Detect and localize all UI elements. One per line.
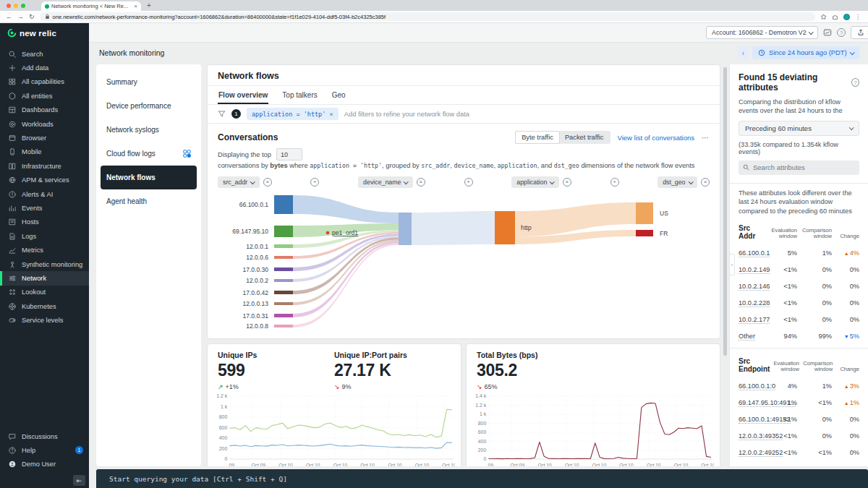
attribute-row[interactable]: 66.100.0.15%1%▲4% <box>739 249 859 257</box>
attribute-row[interactable]: 12.0.0.2:49252<1%<1%0% <box>739 449 859 456</box>
sidebar-item-lookout[interactable]: Lookout <box>0 286 89 299</box>
view-conversations-link[interactable]: View list of conversations <box>618 134 695 142</box>
help-tooltip-icon[interactable]: ? <box>851 78 859 87</box>
tab-geo[interactable]: Geo <box>331 86 346 104</box>
star-icon[interactable] <box>820 14 827 20</box>
sidebar-item-apm-services[interactable]: APM & services <box>0 174 89 187</box>
sidebar-item-workloads[interactable]: Workloads <box>0 117 89 131</box>
remove-filter-icon[interactable]: × <box>329 111 333 118</box>
sidebar-item-network[interactable]: Network <box>0 271 89 285</box>
attribute-label[interactable]: 12.0.0.3:49352 <box>739 432 767 440</box>
attribute-label[interactable]: Other <box>739 333 767 340</box>
extensions-icon[interactable] <box>832 14 838 20</box>
activity-center-icon[interactable] <box>823 28 832 37</box>
browser-tab[interactable]: Network monitoring < New Re... × <box>41 1 141 11</box>
sidebar-item-alerts-ai[interactable]: Alerts & AI <box>0 187 89 201</box>
tab-close-icon[interactable]: × <box>134 3 137 9</box>
main-scrollbar[interactable] <box>723 66 727 466</box>
sidebar-item-hosts[interactable]: Hosts <box>0 215 89 229</box>
sidebar-item-discussions[interactable]: Discussions <box>0 429 89 443</box>
reload-icon[interactable]: ↻ <box>29 14 35 20</box>
back-icon[interactable]: ← <box>6 14 12 20</box>
sidebar-item-logs[interactable]: Logs <box>0 229 89 243</box>
remove-dimension-icon[interactable]: × <box>417 178 425 187</box>
sidebar-item-all-capabilities[interactable]: All capabilities <box>0 75 89 89</box>
forward-icon[interactable]: → <box>17 14 24 20</box>
filter-chip[interactable]: application = 'http'× <box>247 108 339 120</box>
sidebar-item-synthetic-monitoring[interactable]: Synthetic monitoring <box>0 257 89 271</box>
attribute-label[interactable]: 10.0.2.149 <box>739 266 767 273</box>
attribute-label[interactable]: 66.100.0.1 <box>739 249 767 257</box>
toggle-packet-traffic[interactable]: Packet traffic <box>559 132 610 143</box>
query-bar[interactable]: Start querying your data [Ctrl + Shift +… <box>96 469 868 488</box>
attribute-row[interactable]: 10.0.2.177<1%0%0% <box>739 316 859 323</box>
subnav-item-network-syslogs[interactable]: Network syslogs <box>101 118 197 142</box>
add-dimension-icon[interactable]: + <box>464 178 473 187</box>
dimension-chip-src-addr[interactable]: src_addr <box>218 176 260 188</box>
browser-menu-icon[interactable]: ⋮ <box>855 14 861 20</box>
sidebar-item-browser[interactable]: Browser <box>0 131 89 145</box>
dimension-chip-device-name[interactable]: device_name <box>358 176 413 188</box>
attribute-label[interactable]: 12.0.0.2:49252 <box>739 449 767 456</box>
subnav-item-summary[interactable]: Summary <box>101 70 197 94</box>
comparison-window-select[interactable]: Preceding 60 minutes <box>739 121 859 136</box>
sidebar-item-demo-user[interactable]: Demo User <box>0 458 89 471</box>
attribute-label[interactable]: 10.0.2.177 <box>739 316 767 323</box>
sidebar-item-infrastructure[interactable]: Infrastructure <box>0 159 89 173</box>
attribute-search-input[interactable] <box>753 163 855 171</box>
url-bar[interactable]: one.newrelic.com/network-performance-mon… <box>40 12 815 21</box>
attribute-row[interactable]: 66.100.0.1:04%1%▲3% <box>739 382 859 390</box>
subnav-item-device-performance[interactable]: Device performance <box>101 94 197 118</box>
top-count-input[interactable] <box>276 148 302 160</box>
scrollbar-thumb[interactable] <box>723 67 727 356</box>
newrelic-logo[interactable]: new relic <box>0 23 89 43</box>
total-bytes-chart[interactable]: 02004006008001 k1.2 k1.4 k09,pmOct 09,11… <box>469 392 714 466</box>
account-switcher[interactable]: Account: 1606862 - Demotron V2 <box>706 26 818 39</box>
time-picker[interactable]: Since 24 hours ago (PDT) <box>752 46 859 59</box>
sidebar-item-dashboards[interactable]: Dashboards <box>0 103 89 117</box>
dimension-chip-dst-geo[interactable]: dst_geo <box>658 176 697 188</box>
attribute-label[interactable]: Other <box>739 466 767 466</box>
sidebar-item-all-entities[interactable]: All entities <box>0 89 89 103</box>
remove-dimension-icon[interactable]: × <box>563 178 571 187</box>
minimize-window-button[interactable] <box>14 4 18 8</box>
time-back-button[interactable]: ‹ <box>737 46 749 59</box>
attribute-row[interactable]: 10.0.2.228<1%0%0% <box>739 299 859 307</box>
sidebar-item-search[interactable]: Search <box>0 47 89 61</box>
dimension-chip-application[interactable]: application <box>511 176 559 188</box>
sidebar-item-help[interactable]: Help1 <box>0 443 89 457</box>
subnav-item-cloud-flow-logs[interactable]: Cloud flow logs <box>101 142 197 166</box>
attribute-label[interactable]: 10.0.2.146 <box>739 283 767 290</box>
sidebar-item-add-data[interactable]: Add data <box>0 61 89 74</box>
add-dimension-icon[interactable]: + <box>310 178 319 187</box>
collapse-right-panel-button[interactable]: ‹ <box>730 254 735 275</box>
attribute-search[interactable] <box>739 160 859 175</box>
conversations-sankey[interactable]: 66.100.0.169.147.95.1012.0.0.112.0.0.617… <box>208 191 720 338</box>
tab-flow-overview[interactable]: Flow overview <box>218 86 268 104</box>
sidebar-item-metrics[interactable]: Metrics <box>0 243 89 257</box>
filter-bar[interactable]: 1 application = 'http'× Add filters to r… <box>208 105 720 124</box>
attribute-row[interactable]: 10.0.2.146<1%0%0% <box>739 283 859 290</box>
profile-avatar[interactable] <box>843 14 850 20</box>
attribute-row[interactable]: 66.100.0.1:49152<1%0%0% <box>739 416 859 423</box>
attribute-label[interactable]: 66.100.0.1:0 <box>739 382 767 390</box>
attribute-row[interactable]: 69.147.95.10:491...1%<1%▲1% <box>739 399 859 406</box>
zoom-window-button[interactable] <box>21 4 25 8</box>
subnav-item-agent-health[interactable]: Agent health <box>101 189 197 213</box>
attribute-row[interactable]: Other94%99%▼5% <box>739 333 859 340</box>
remove-dimension-icon[interactable]: × <box>263 178 272 187</box>
unique-ips-chart[interactable]: 02004006008001 k1.2 k09,pmOct 09,11:00pm… <box>210 392 455 466</box>
sidebar-item-events[interactable]: Events <box>0 201 89 215</box>
attribute-row[interactable]: 12.0.0.3:49352<1%0%0% <box>739 432 859 440</box>
close-window-button[interactable] <box>7 4 11 8</box>
more-menu-icon[interactable]: ⋯ <box>702 134 710 142</box>
add-dimension-icon[interactable]: + <box>610 178 619 187</box>
subnav-item-network-flows[interactable]: Network flows <box>101 166 197 189</box>
collapse-sidebar-button[interactable]: ⇤ <box>73 475 85 486</box>
new-tab-button[interactable]: + <box>147 1 151 9</box>
remove-dimension-icon[interactable]: × <box>701 178 710 187</box>
attribute-label[interactable]: 66.100.0.1:49152 <box>739 416 767 423</box>
sidebar-item-kubernetes[interactable]: Kubernetes <box>0 299 89 313</box>
attribute-label[interactable]: 10.0.2.228 <box>739 299 767 307</box>
sidebar-item-mobile[interactable]: Mobile <box>0 145 89 159</box>
